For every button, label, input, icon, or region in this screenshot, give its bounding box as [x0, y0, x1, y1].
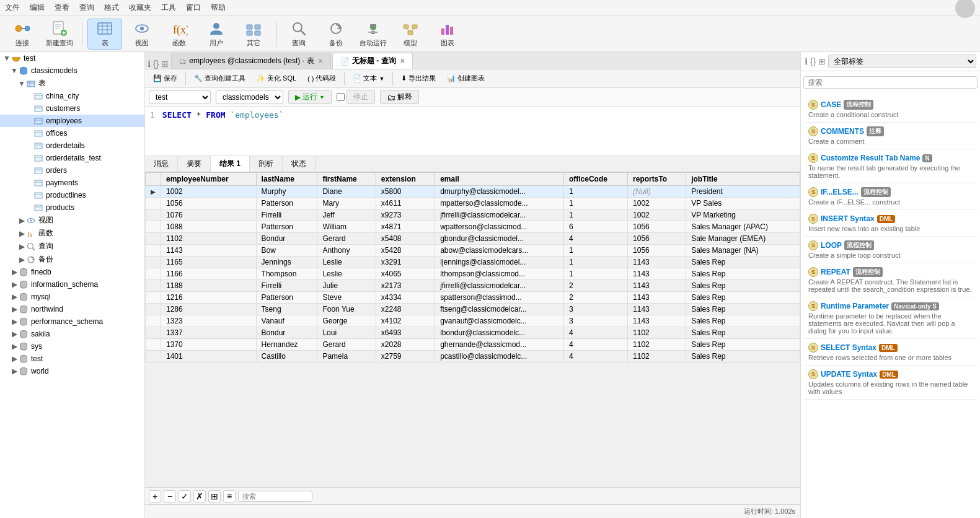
grid-btn[interactable]: ⊞: [818, 56, 826, 66]
result-tab-status[interactable]: 状态: [283, 156, 316, 172]
table-row[interactable]: 1088PattersonWilliamx4871wpatterson@clas…: [146, 221, 800, 233]
table-row[interactable]: 1337BondurLouix6493lbondur@classicmodelc…: [146, 327, 800, 339]
table-row[interactable]: 1143BowAnthonyx5428abow@classicmodelcars…: [146, 245, 800, 257]
tab-employees[interactable]: 🗂 employees @classicmodels (test) - 表 ✕: [171, 53, 331, 69]
sidebar-table-payments[interactable]: payments: [0, 177, 144, 189]
col-extension[interactable]: extension: [376, 173, 435, 186]
btn-text[interactable]: 📄 文本 ▼: [348, 72, 389, 85]
stop-button[interactable]: 停止: [347, 90, 375, 104]
menu-help[interactable]: 帮助: [211, 2, 226, 13]
grid-view-button[interactable]: ⊞: [208, 490, 221, 503]
result-tab-result1[interactable]: 结果 1: [211, 156, 250, 172]
sidebar-table-orders[interactable]: orders: [0, 164, 144, 177]
sidebar-group-functions[interactable]: ▶ fx 函数: [0, 227, 144, 240]
table-row[interactable]: 1286TsengFoon Yuex2248ftseng@classicmode…: [146, 304, 800, 315]
sidebar-group-tables[interactable]: ▼ 表: [0, 77, 144, 90]
sidebar-table-china-city[interactable]: china_city: [0, 90, 144, 102]
sidebar-db-sakila[interactable]: ▶ sakila: [0, 328, 144, 340]
db-selector[interactable]: test: [149, 90, 211, 104]
toolbar-autorun[interactable]: 自动运行: [356, 19, 391, 50]
tab-employees-close[interactable]: ✕: [318, 58, 323, 64]
sidebar-group-queries[interactable]: ▶ 查询: [0, 240, 144, 253]
snippet-item[interactable]: SUPDATE SyntaxDMLUpdates columns of exis…: [803, 366, 978, 400]
table-row[interactable]: 1188FirrelliJuliex2173jfirrelli@classicm…: [146, 280, 800, 292]
sidebar-db-information-schema[interactable]: ▶ information_schema: [0, 278, 144, 291]
col-last-name[interactable]: lastName: [256, 173, 317, 186]
col-email[interactable]: email: [435, 173, 564, 186]
result-tab-profile[interactable]: 剖析: [250, 156, 283, 172]
btn-query-builder[interactable]: 🔧 查询创建工具: [190, 72, 250, 85]
btn-export[interactable]: ⬇ 导出结果: [397, 72, 440, 85]
remove-row-button[interactable]: −: [164, 490, 176, 503]
col-office-code[interactable]: officeCode: [563, 173, 627, 186]
table-row[interactable]: ▶1002MurphyDianex5800dmurphy@classicmode…: [146, 186, 800, 198]
sidebar-db-performance-schema[interactable]: ▶ performance_schema: [0, 315, 144, 328]
table-row[interactable]: 1166ThompsonLesliex4065lthompson@classic…: [146, 268, 800, 280]
sidebar-db-northwind[interactable]: ▶ northwind: [0, 303, 144, 315]
col-reports-to[interactable]: reportsTo: [628, 173, 686, 186]
menu-query[interactable]: 查询: [79, 2, 94, 13]
toolbar-view[interactable]: 视图: [125, 19, 159, 50]
toolbar-model[interactable]: 模型: [393, 19, 428, 50]
schema-selector[interactable]: classicmodels: [216, 90, 283, 104]
col-first-name[interactable]: firstName: [317, 173, 376, 186]
snippet-item[interactable]: SRuntime ParameterNavicat-only SRuntime …: [803, 297, 978, 339]
cancel-button[interactable]: ✗: [193, 490, 206, 503]
sidebar-table-offices[interactable]: offices: [0, 127, 144, 139]
code-btn[interactable]: {}: [810, 56, 816, 66]
table-row[interactable]: 1401CastilloPamelax2759pcastillo@classic…: [146, 351, 800, 362]
snippet-item[interactable]: SCustomize Result Tab NameNTo name the r…: [803, 149, 978, 183]
toolbar-user[interactable]: 用户: [199, 19, 234, 50]
menu-view[interactable]: 查看: [55, 2, 69, 13]
toolbar-function[interactable]: f(x) 函数: [162, 19, 196, 50]
sidebar-table-customers[interactable]: customers: [0, 102, 144, 115]
info-btn[interactable]: ℹ: [805, 56, 808, 66]
sidebar-group-views[interactable]: ▶ 视图: [0, 214, 144, 227]
grid-view-icon[interactable]: ⊞: [161, 59, 169, 69]
sidebar-table-employees[interactable]: employees: [0, 115, 144, 127]
menu-window[interactable]: 窗口: [186, 2, 201, 13]
result-tab-summary[interactable]: 摘要: [178, 156, 211, 172]
table-row[interactable]: 1370HernandezGerardx2028ghernande@classi…: [146, 339, 800, 351]
stop-checkbox[interactable]: [337, 93, 345, 101]
btn-create-chart[interactable]: 📊 创建图表: [443, 72, 489, 85]
col-job-title[interactable]: jobTitle: [686, 173, 800, 186]
sidebar-group-backups[interactable]: ▶ 备份: [0, 253, 144, 266]
confirm-button[interactable]: ✓: [179, 490, 191, 503]
sidebar-table-productlines[interactable]: productlines: [0, 189, 144, 201]
toolbar-table[interactable]: 表: [87, 19, 122, 50]
snippet-item[interactable]: SREPEAT流程控制Create A REPEAT construct. Th…: [803, 263, 978, 297]
col-employee-number[interactable]: employeeNumber: [161, 173, 257, 186]
table-row[interactable]: 1165JenningsLesliex3291ljennings@classic…: [146, 257, 800, 268]
table-search-input[interactable]: [238, 491, 312, 502]
sidebar-db-world[interactable]: ▶ world: [0, 365, 144, 377]
snippet-item[interactable]: SINSERT SyntaxDMLInsert new rows into an…: [803, 210, 978, 237]
sidebar-db-mysql[interactable]: ▶ mysql: [0, 291, 144, 303]
sidebar-db-classicmodels[interactable]: ▼ classicmodels: [0, 64, 144, 77]
tab-query[interactable]: 📄 无标题 - 查询 ✕: [332, 53, 413, 69]
menu-format[interactable]: 格式: [104, 2, 119, 13]
info-icon[interactable]: ℹ: [148, 59, 151, 69]
menu-favorites[interactable]: 收藏夹: [129, 2, 151, 13]
snippet-item[interactable]: SLOOP流程控制Create a simple loop construct: [803, 237, 978, 263]
sql-editor[interactable]: 1 SELECT * FROM `employees`: [145, 107, 800, 156]
sidebar-db-test2[interactable]: ▶ test: [0, 353, 144, 365]
table-row[interactable]: 1216PattersonStevex4334spatterson@classi…: [146, 292, 800, 304]
code-icon[interactable]: {}: [153, 59, 159, 69]
snippet-search-input[interactable]: [803, 76, 978, 89]
snippet-item[interactable]: SIF...ELSE...流程控制Create a IF...ELSE... c…: [803, 183, 978, 210]
list-view-button[interactable]: ≡: [223, 490, 236, 503]
toolbar-new-query[interactable]: 新建查询: [42, 19, 77, 50]
sidebar-db-finedb[interactable]: ▶ finedb: [0, 266, 144, 278]
sidebar-db-sys[interactable]: ▶ sys: [0, 340, 144, 353]
explain-button[interactable]: 🗂 解释: [380, 90, 419, 104]
sidebar-table-orderdetails[interactable]: orderdetails: [0, 139, 144, 152]
btn-beautify-sql[interactable]: ✨ 美化 SQL: [252, 72, 301, 85]
snippet-item[interactable]: SSELECT SyntaxDMLRetrieve rows selected …: [803, 339, 978, 366]
menu-edit[interactable]: 编辑: [30, 2, 45, 13]
sidebar-db-test[interactable]: ▼ test: [0, 52, 144, 64]
snippet-item[interactable]: SCASE流程控制Create a conditional construct: [803, 96, 978, 123]
toolbar-other[interactable]: 其它: [236, 19, 271, 50]
table-row[interactable]: 1056PattersonMaryx4611mpatterso@classicm…: [146, 198, 800, 209]
toolbar-chart[interactable]: 图表: [430, 19, 465, 50]
